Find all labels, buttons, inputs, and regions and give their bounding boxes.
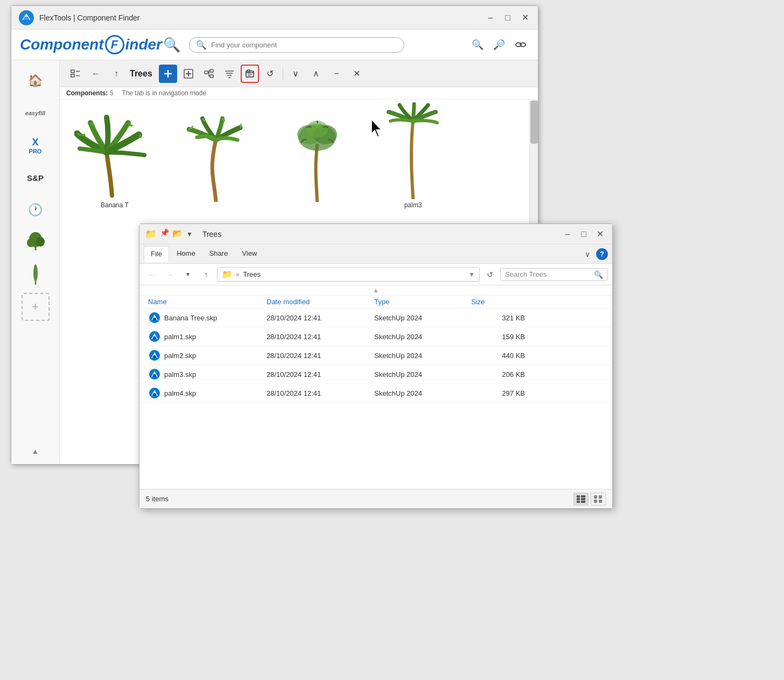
folder-open-button[interactable] <box>241 65 259 83</box>
file-name-cell-2: palm2.skp <box>148 349 267 362</box>
sidebar-scroll-up-button[interactable]: ▲ <box>25 445 46 458</box>
sidebar-item-tree2[interactable] <box>19 261 52 289</box>
settings-button[interactable] <box>512 36 529 53</box>
file-row-4[interactable]: palm4.skp 28/10/2024 12:41 SketchUp 2024… <box>139 384 612 403</box>
component-item-palm2[interactable] <box>269 106 366 214</box>
col-header-size[interactable]: Size <box>471 298 525 306</box>
fe-title-controls: – □ ✕ <box>561 227 607 241</box>
chevron-up-button[interactable]: ∧ <box>307 65 325 83</box>
search-input[interactable] <box>211 41 397 49</box>
path-folder-icon: 📁 <box>222 269 233 279</box>
search-box: 🔍 <box>189 37 404 53</box>
component-item-palm3[interactable]: palm3 <box>370 106 456 214</box>
file-name-0: Banana Tree.skp <box>164 314 217 322</box>
sp-label: S&P <box>27 173 44 183</box>
up-button[interactable]: ↑ <box>107 65 125 83</box>
svg-rect-44 <box>594 495 597 499</box>
col-header-type[interactable]: Type <box>374 298 471 306</box>
collapse-handle[interactable]: ▲ <box>139 285 612 296</box>
chevron-down-button[interactable]: ∨ <box>286 65 305 83</box>
zoom-out-button[interactable]: 🔎 <box>491 36 508 53</box>
title-controls: – □ ✕ <box>484 11 531 24</box>
sketchup-icon-1 <box>148 330 161 343</box>
fe-search-input[interactable] <box>505 270 591 278</box>
add-outlined-button[interactable] <box>179 65 198 83</box>
component-item-banana[interactable]: Banana T <box>66 106 163 214</box>
logo-magnifier-icon: 🔍 <box>163 37 180 53</box>
fe-ribbon: File Home Share View ∨ ? <box>139 244 612 264</box>
svg-rect-26 <box>247 70 250 72</box>
fe-minimize-button[interactable]: – <box>561 227 575 241</box>
file-name-cell-4: palm4.skp <box>148 387 267 399</box>
sidebar-item-easyfill[interactable]: easyfill <box>19 99 52 127</box>
file-name-cell-0: Banana Tree.skp <box>148 311 267 324</box>
filter-button[interactable] <box>220 65 239 83</box>
file-row-2[interactable]: palm2.skp 28/10/2024 12:41 SketchUp 2024… <box>139 346 612 365</box>
sidebar-item-history[interactable]: 🕐 <box>19 196 52 224</box>
file-row-3[interactable]: palm3.skp 28/10/2024 12:41 SketchUp 2024… <box>139 365 612 384</box>
file-type-4: SketchUp 2024 <box>374 389 471 397</box>
col-header-name[interactable]: Name <box>148 298 267 306</box>
address-path[interactable]: 📁 « Trees ▼ <box>217 267 480 282</box>
add-filled-button[interactable] <box>159 65 177 83</box>
path-refresh-button[interactable]: ↺ <box>483 268 497 282</box>
svg-rect-45 <box>599 495 602 499</box>
file-type-0: SketchUp 2024 <box>374 314 471 322</box>
file-row-1[interactable]: palm1.skp 28/10/2024 12:41 SketchUp 2024… <box>139 327 612 346</box>
svg-rect-18 <box>205 71 208 74</box>
fe-search-box: 🔍 <box>500 268 608 281</box>
fe-search-icon: 🔍 <box>594 270 603 279</box>
fe-maximize-button[interactable]: □ <box>577 227 591 241</box>
ribbon-tab-share[interactable]: Share <box>203 246 235 262</box>
zoom-in-button[interactable]: 🔍 <box>469 36 486 53</box>
file-date-4: 28/10/2024 12:41 <box>267 389 374 397</box>
nav-dropdown-button[interactable]: ▼ <box>180 267 195 282</box>
fe-close-button[interactable]: ✕ <box>593 227 607 241</box>
svg-rect-38 <box>577 495 580 497</box>
nav-back-button[interactable]: ← <box>144 267 159 282</box>
maximize-button[interactable]: □ <box>501 11 514 24</box>
sidebar-item-home[interactable]: 🏠 <box>19 67 52 95</box>
component-item-palm1[interactable] <box>167 106 264 214</box>
sidebar-item-tree1[interactable] <box>19 228 52 256</box>
file-size-2: 440 KB <box>471 352 525 360</box>
tree-thumbnail-2 <box>26 262 45 287</box>
refresh-button[interactable]: ↺ <box>261 65 279 83</box>
file-date-3: 28/10/2024 12:41 <box>267 370 374 378</box>
sidebar: 🏠 easyfill X PRO S&P 🕐 <box>11 60 60 464</box>
minimize-button[interactable]: – <box>484 11 497 24</box>
fe-quick-access-button[interactable]: ▼ <box>186 228 193 240</box>
nav-forward-button[interactable]: → <box>162 267 177 282</box>
fe-details-view-button[interactable] <box>573 493 589 506</box>
ribbon-tab-file[interactable]: File <box>144 246 169 262</box>
fe-large-icons-view-button[interactable] <box>591 493 606 506</box>
branch-button[interactable] <box>200 65 218 83</box>
svg-point-8 <box>33 264 38 282</box>
tree-thumbnail-1 <box>23 230 48 255</box>
fe-pin-icon: 📌 <box>160 228 169 240</box>
logo-component-text: Component <box>20 36 104 53</box>
ribbon-help-button[interactable]: ? <box>596 248 608 260</box>
back-button[interactable]: ← <box>87 65 105 83</box>
file-row-0[interactable]: Banana Tree.skp 28/10/2024 12:41 SketchU… <box>139 309 612 327</box>
sidebar-item-sp[interactable]: S&P <box>19 164 52 192</box>
file-date-0: 28/10/2024 12:41 <box>267 314 374 322</box>
ribbon-collapse-button[interactable]: ∨ <box>580 247 595 262</box>
ribbon-tab-view[interactable]: View <box>235 246 263 262</box>
toolbar: ← ↑ Trees <box>60 60 538 87</box>
toolbar-close-button[interactable]: ✕ <box>348 65 366 83</box>
ribbon-tab-home[interactable]: Home <box>170 246 202 262</box>
list-view-button[interactable] <box>66 65 85 83</box>
title-bar-left: FlexTools | Component Finder <box>18 9 140 26</box>
logo-f-letter: F <box>111 38 118 52</box>
sidebar-add-button[interactable]: + <box>22 293 50 321</box>
banana-tree-label: Banana T <box>101 201 129 209</box>
sketchup-icon-0 <box>148 311 161 324</box>
close-button[interactable]: ✕ <box>519 11 531 24</box>
file-size-0: 321 KB <box>471 314 525 322</box>
scrollbar-thumb[interactable] <box>530 101 538 144</box>
sidebar-item-xpro[interactable]: X PRO <box>19 131 52 159</box>
nav-up-button[interactable]: ↑ <box>199 267 214 282</box>
minus-button[interactable]: − <box>327 65 346 83</box>
col-header-date[interactable]: Date modified <box>267 298 374 306</box>
